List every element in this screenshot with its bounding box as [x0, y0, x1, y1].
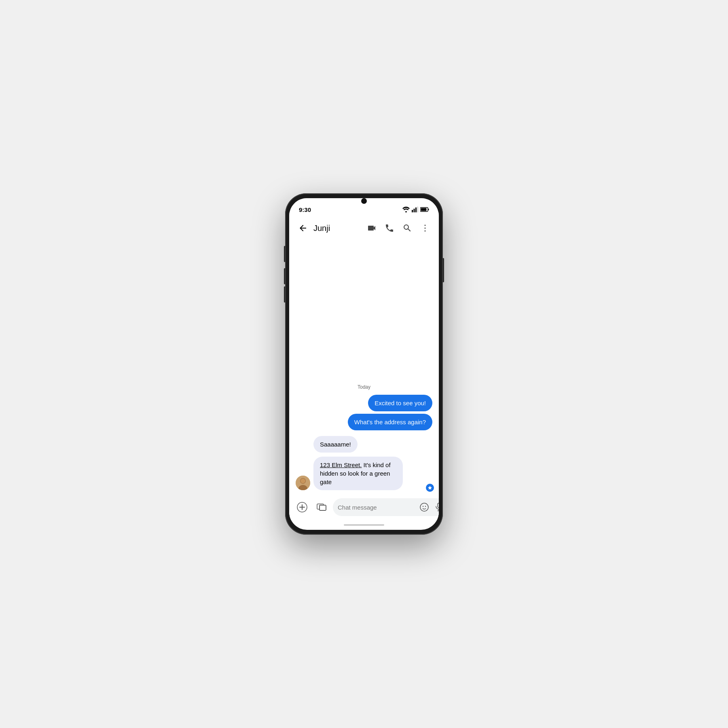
message-text-3: Saaaaame! [320, 441, 351, 448]
svg-point-10 [425, 231, 426, 232]
svg-point-22 [423, 506, 423, 507]
address-link[interactable]: 123 Elm Street. [320, 461, 362, 468]
emoji-button[interactable] [418, 501, 431, 514]
search-button[interactable] [400, 221, 415, 235]
svg-rect-24 [438, 503, 439, 508]
messages-area: Today Excited to see you! What's the add… [289, 239, 439, 494]
signal-icon [412, 207, 418, 212]
svg-point-0 [405, 211, 407, 212]
back-arrow-icon [298, 223, 308, 233]
message-input-container[interactable] [333, 498, 439, 516]
svg-rect-6 [428, 209, 429, 210]
mic-icon [434, 502, 439, 512]
message-with-star: 123 Elm Street. It's kind of hidden so l… [313, 457, 432, 490]
back-button[interactable] [296, 221, 310, 235]
input-right-icons [418, 501, 439, 514]
messages-list: Excited to see you! What's the address a… [296, 395, 432, 494]
status-time: 9:30 [299, 206, 311, 213]
message-text-2: What's the address again? [354, 419, 426, 425]
wifi-icon [402, 207, 410, 212]
svg-rect-3 [415, 207, 417, 212]
phone-device: 9:30 [285, 193, 443, 535]
message-sent-2: What's the address again? [296, 414, 432, 430]
svg-rect-2 [414, 209, 415, 212]
video-call-button[interactable] [364, 221, 379, 235]
contact-name: Junji [313, 224, 361, 233]
date-separator: Today [296, 384, 432, 390]
avatar-image [296, 476, 310, 490]
phone-icon [385, 223, 394, 233]
mic-button[interactable] [432, 501, 439, 514]
phone-button[interactable] [382, 221, 397, 235]
input-bar [289, 494, 439, 520]
status-icons [402, 207, 429, 212]
svg-rect-7 [421, 208, 427, 211]
message-sent-1: Excited to see you! [296, 395, 432, 411]
home-bar [344, 524, 384, 526]
svg-point-21 [420, 503, 428, 511]
svg-rect-19 [320, 505, 326, 510]
bubble-received-1: Saaaaame! [313, 436, 358, 453]
camera-notch [361, 198, 367, 204]
app-header: Junji [289, 218, 439, 239]
message-text-1: Excited to see you! [375, 400, 426, 406]
contact-avatar [296, 476, 310, 490]
media-button[interactable] [313, 499, 330, 515]
search-icon [402, 223, 412, 233]
video-call-icon [367, 223, 377, 233]
emoji-icon [419, 502, 429, 512]
bubble-sent-2: What's the address again? [348, 414, 432, 430]
battery-icon [420, 207, 429, 212]
svg-point-9 [425, 228, 426, 229]
phone-screen: 9:30 [289, 198, 439, 530]
bubble-sent-1: Excited to see you! [368, 395, 432, 411]
bubble-received-2: 123 Elm Street. It's kind of hidden so l… [313, 457, 403, 490]
add-icon [297, 502, 307, 512]
message-input[interactable] [338, 504, 415, 511]
add-button[interactable] [294, 499, 310, 515]
star-badge [425, 483, 435, 493]
media-icon [316, 502, 327, 512]
svg-point-14 [301, 478, 305, 483]
star-icon [427, 485, 432, 490]
header-actions [364, 221, 432, 235]
message-received-2: 123 Elm Street. It's kind of hidden so l… [296, 457, 432, 490]
svg-point-8 [425, 225, 426, 226]
more-options-icon [420, 223, 430, 233]
home-indicator [289, 520, 439, 530]
svg-rect-1 [412, 210, 413, 212]
message-received-1: Saaaaame! [296, 436, 432, 453]
more-options-button[interactable] [418, 221, 432, 235]
svg-rect-4 [417, 207, 419, 212]
svg-point-23 [425, 506, 426, 507]
